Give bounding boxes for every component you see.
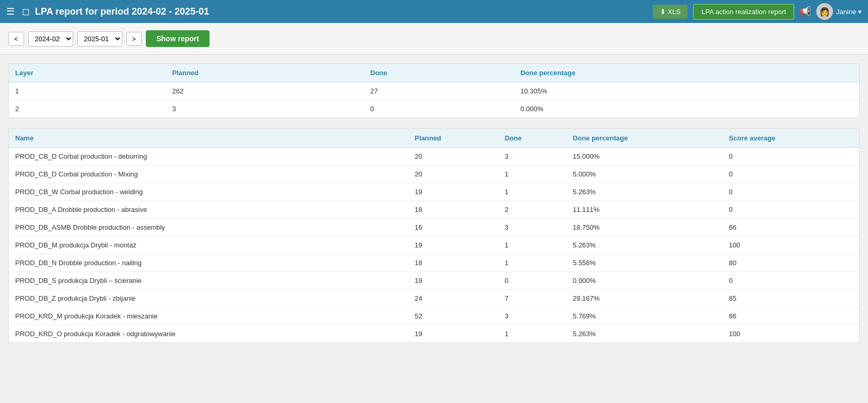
cell-done_pct: 10.305% (514, 82, 860, 100)
name-table: NamePlannedDoneDone percentageScore aver… (8, 128, 860, 343)
cell-done_pct: 5.000% (566, 165, 723, 183)
cell-name: PROD_DB_A Drobble production - abrasive (9, 201, 409, 219)
table-row: PROD_KRD_O produkcja Koradek - odgratowy… (9, 325, 860, 343)
table-row: PROD_KRD_M produkcja Koradek - mieszanie… (9, 307, 860, 325)
table-row: PROD_DB_M produkcja Drybli - montaż1915.… (9, 236, 860, 254)
cell-planned: 19 (409, 272, 499, 290)
page-title: LPA report for period 2024-02 - 2025-01 (35, 6, 647, 17)
name-col-0: Name (9, 129, 409, 148)
name-col-2: Done (499, 129, 566, 148)
cell-planned: 18 (409, 201, 499, 219)
cell-name: PROD_DB_ASMB Drobble production - assemb… (9, 219, 409, 236)
table-row: PROD_CB_W Corbal production - welding191… (9, 183, 860, 201)
cell-name: PROD_CB_W Corbal production - welding (9, 183, 409, 201)
layer-table: LayerPlannedDoneDone percentage 12622710… (8, 63, 860, 118)
xls-button[interactable]: ⬇ XLS (653, 5, 688, 19)
table-row: PROD_CB_D Corbal production - Mixing2015… (9, 165, 860, 183)
cell-done_pct: 5.556% (566, 254, 723, 272)
cell-name: PROD_KRD_M produkcja Koradek - mieszanie (9, 307, 409, 325)
cell-planned: 19 (409, 325, 499, 343)
next-period-button[interactable]: > (126, 32, 142, 46)
bell-icon[interactable]: 📢 (800, 6, 811, 17)
cell-score_avg: 100 (723, 325, 860, 343)
cell-layer: 1 (9, 82, 166, 100)
cell-planned: 18 (409, 254, 499, 272)
lpa-action-button[interactable]: LPA action realization report (693, 4, 794, 20)
cell-done: 1 (499, 183, 566, 201)
cell-score_avg: 0 (723, 201, 860, 219)
layer-col-0: Layer (9, 64, 166, 82)
cell-done_pct: 18.750% (566, 219, 723, 236)
cell-planned: 52 (409, 307, 499, 325)
cell-planned: 262 (166, 82, 364, 100)
cell-score_avg: 0 (723, 165, 860, 183)
hamburger-icon[interactable]: ☰ (6, 6, 15, 17)
cell-done_pct: 29.167% (566, 290, 723, 307)
prev-period-button[interactable]: < (8, 32, 24, 46)
cell-score_avg: 80 (723, 254, 860, 272)
cell-done_pct: 5.263% (566, 325, 723, 343)
cell-planned: 16 (409, 219, 499, 236)
cell-done_pct: 0.000% (566, 272, 723, 290)
cell-score_avg: 0 (723, 183, 860, 201)
cell-score_avg: 0 (723, 272, 860, 290)
show-report-button[interactable]: Show report (146, 30, 210, 47)
cell-done: 27 (364, 82, 514, 100)
cell-done_pct: 5.263% (566, 183, 723, 201)
cell-done: 3 (499, 219, 566, 236)
cell-done_pct: 0.000% (514, 100, 860, 118)
cell-name: PROD_DB_S produkcja Drybli – ścieranie (9, 272, 409, 290)
cell-planned: 24 (409, 290, 499, 307)
cell-done_pct: 15.000% (566, 148, 723, 165)
cell-done_pct: 5.263% (566, 236, 723, 254)
user-area: 👩 Janine ▾ (816, 3, 862, 20)
table-row: PROD_DB_ASMB Drobble production - assemb… (9, 219, 860, 236)
name-col-4: Score average (723, 129, 860, 148)
cell-planned: 20 (409, 165, 499, 183)
avatar: 👩 (816, 3, 833, 20)
cell-done: 3 (499, 148, 566, 165)
cell-name: PROD_DB_M produkcja Drybli - montaż (9, 236, 409, 254)
cell-name: PROD_DB_N Drobble production - nailing (9, 254, 409, 272)
table-row: PROD_DB_Z produkcja Drybli - zbijanie247… (9, 290, 860, 307)
cell-done: 0 (364, 100, 514, 118)
top-bar: ☰ ◻ LPA report for period 2024-02 - 2025… (0, 0, 868, 23)
cell-done: 3 (499, 307, 566, 325)
table-row: PROD_CB_D Corbal production - deburring2… (9, 148, 860, 165)
cell-done: 7 (499, 290, 566, 307)
table-row: PROD_DB_S produkcja Drybli – ścieranie19… (9, 272, 860, 290)
cell-done: 0 (499, 272, 566, 290)
name-col-1: Planned (409, 129, 499, 148)
cell-done: 1 (499, 236, 566, 254)
cell-score_avg: 86 (723, 307, 860, 325)
cell-done: 1 (499, 325, 566, 343)
name-table-header-row: NamePlannedDoneDone percentageScore aver… (9, 129, 860, 148)
layer-col-2: Done (364, 64, 514, 82)
layer-col-1: Planned (166, 64, 364, 82)
cell-planned: 19 (409, 183, 499, 201)
cell-name: PROD_CB_D Corbal production - deburring (9, 148, 409, 165)
table-row: PROD_DB_N Drobble production - nailing18… (9, 254, 860, 272)
table-row: PROD_DB_A Drobble production - abrasive1… (9, 201, 860, 219)
cell-name: PROD_DB_Z produkcja Drybli - zbijanie (9, 290, 409, 307)
cell-layer: 2 (9, 100, 166, 118)
cell-score_avg: 0 (723, 148, 860, 165)
cell-score_avg: 66 (723, 219, 860, 236)
controls-row: < 2024-012024-022024-032024-042024-05202… (0, 23, 868, 55)
cell-planned: 19 (409, 236, 499, 254)
layer-table-header-row: LayerPlannedDoneDone percentage (9, 64, 860, 82)
from-period-select[interactable]: 2024-012024-022024-032024-042024-052024-… (28, 31, 73, 46)
cell-done_pct: 5.769% (566, 307, 723, 325)
tables-container: LayerPlannedDoneDone percentage 12622710… (0, 55, 868, 362)
cell-done_pct: 11.111% (566, 201, 723, 219)
user-name[interactable]: Janine ▾ (836, 8, 862, 16)
cell-name: PROD_CB_D Corbal production - Mixing (9, 165, 409, 183)
app-icon: ◻ (22, 6, 30, 17)
table-row: 12622710.305% (9, 82, 860, 100)
layer-col-3: Done percentage (514, 64, 860, 82)
table-row: 2300.000% (9, 100, 860, 118)
to-period-select[interactable]: 2024-012024-022024-032024-042024-052024-… (77, 31, 122, 46)
cell-score_avg: 100 (723, 236, 860, 254)
cell-done: 1 (499, 165, 566, 183)
cell-done: 2 (499, 201, 566, 219)
